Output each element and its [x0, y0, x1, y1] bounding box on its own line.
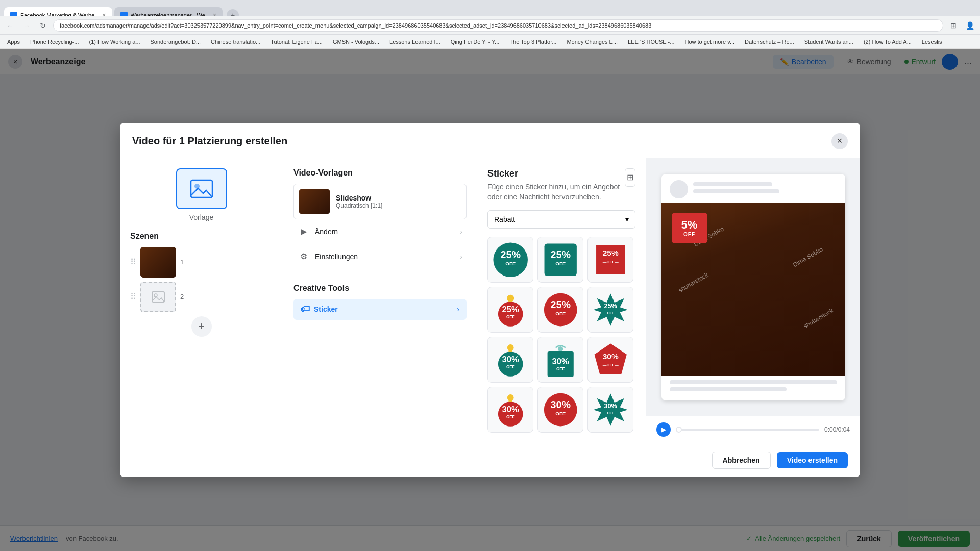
add-scene-button[interactable]: + [191, 316, 212, 337]
address-bar-row: ← → ↻ facebook.com/adsmanager/manage/ads… [0, 16, 980, 35]
sticker-teal-gift-30[interactable]: 30% OFF [537, 337, 583, 383]
forward-button[interactable]: → [20, 19, 33, 32]
svg-text:OFF: OFF [506, 314, 515, 319]
bookmark-13[interactable]: Datenschutz – Re... [742, 38, 797, 46]
svg-point-24 [507, 344, 514, 351]
sticker-red-circle-25[interactable]: 25% OFF [537, 287, 583, 333]
svg-text:OFF: OFF [555, 411, 566, 416]
slideshow-item[interactable]: Slideshow Quadratisch [1:1] [293, 184, 467, 219]
grid-view-icon[interactable]: ⊞ [625, 168, 635, 187]
svg-point-3 [154, 294, 157, 297]
scene-thumb-1[interactable] [140, 247, 176, 278]
bookmark-1[interactable]: Phone Recycling-... [27, 38, 82, 46]
bookmark-apps[interactable]: Apps [4, 38, 23, 46]
sticker-chevron-icon: › [457, 305, 459, 313]
bookmark-14[interactable]: Student Wants an... [801, 38, 856, 46]
fb-main: × Werbeanzeige ✏️ Bearbeiten 👁 Bewertung… [0, 49, 980, 551]
svg-text:—OFF—: —OFF— [603, 363, 619, 367]
drag-handle-1[interactable]: ⠿ [130, 257, 136, 267]
sticker-teal-circle-25[interactable]: 25% OFF [487, 237, 533, 283]
sticker-red-arrow-25[interactable]: 25% —OFF— [587, 237, 633, 283]
sticker-red-circle2-30[interactable]: 30% OFF [537, 387, 583, 433]
sticker-red-pentagon-30[interactable]: 30% —OFF— [587, 337, 633, 383]
modal-overlay: Video für 1 Platzierung erstellen × [0, 49, 980, 551]
bookmark-7[interactable]: Lessons Learned f... [386, 38, 444, 46]
extensions-button[interactable]: ⊞ [947, 19, 960, 32]
modal-close-button[interactable]: × [831, 133, 848, 149]
svg-text:25%: 25% [502, 305, 519, 314]
einstellungen-menu-left: ⚙ Einstellungen [298, 251, 358, 263]
bookmark-9[interactable]: The Top 3 Platfor... [506, 38, 559, 46]
scene-num-2: 2 [180, 293, 184, 300]
footer-line-2 [670, 387, 787, 391]
scene-placeholder-2[interactable] [140, 282, 176, 312]
bookmark-15[interactable]: (2) How To Add A... [861, 38, 915, 46]
scene-num-1: 1 [180, 258, 184, 266]
play-button[interactable]: ▶ [656, 422, 671, 437]
sticker-teal-snowflake-25[interactable]: 25% OFF [587, 287, 633, 333]
left-panel: Vorlage Szenen ⠿ 1 ⠿ [120, 158, 283, 443]
vorlage-label: Vorlage [189, 213, 213, 221]
phone-header [662, 174, 845, 203]
bookmark-11[interactable]: LEE 'S HOUSE -... [625, 38, 677, 46]
sticker-grid: 25% OFF 25% OFF [487, 237, 635, 433]
andern-label: Ändern [315, 228, 338, 236]
slideshow-name: Slideshow [336, 194, 382, 202]
preview-panel: Dima Sobko shutterstock Dima Sobko shutt… [646, 158, 860, 443]
phone-line-1 [693, 182, 772, 186]
sticker-dropdown[interactable]: Rabatt ▾ [487, 210, 635, 229]
sticker-teal-snowflake2-30[interactable]: 30% OFF [587, 387, 633, 433]
sticker-red-ornament-25[interactable]: 25% OFF [487, 287, 533, 333]
address-field[interactable]: facebook.com/adsmanager/manage/ads/edit?… [53, 19, 943, 32]
svg-text:25%: 25% [603, 248, 619, 257]
svg-text:OFF: OFF [506, 414, 515, 419]
andern-menu-item[interactable]: ▶ Ändern › [293, 219, 467, 244]
svg-text:25%: 25% [550, 299, 570, 310]
bookmark-8[interactable]: Qing Fei De Yi - Y... [448, 38, 503, 46]
svg-text:30%: 30% [552, 356, 569, 366]
bookmark-10[interactable]: Money Changes E... [564, 38, 621, 46]
reload-button[interactable]: ↻ [37, 19, 49, 32]
create-video-button[interactable]: Video erstellen [777, 452, 848, 468]
bookmark-4[interactable]: Chinese translatio... [208, 38, 263, 46]
sticker-toolbar: Rabatt ▾ [487, 210, 635, 229]
bookmark-2[interactable]: (1) How Working a... [86, 38, 143, 46]
progress-track[interactable] [676, 429, 819, 431]
sticker-panel: Sticker Füge einen Sticker hinzu, um ein… [477, 158, 646, 443]
svg-text:25%: 25% [550, 249, 570, 260]
creative-tools-section: Creative Tools 🏷 Sticker › [293, 284, 467, 320]
cancel-button[interactable]: Abbrechen [712, 452, 771, 469]
sticker-header: Sticker Füge einen Sticker hinzu, um ein… [487, 168, 635, 202]
sticker-preview-overlay: 5% OFF [672, 213, 707, 243]
svg-text:OFF: OFF [506, 364, 515, 369]
szenen-section: Szenen ⠿ 1 ⠿ [130, 232, 273, 337]
vorlage-icon [176, 168, 227, 209]
svg-text:OFF: OFF [607, 411, 615, 415]
phone-header-lines [693, 182, 837, 196]
bookmark-16[interactable]: Leseslis [919, 38, 945, 46]
svg-point-13 [507, 295, 514, 302]
svg-rect-2 [152, 292, 164, 302]
bookmark-5[interactable]: Tutorial: Eigene Fa... [267, 38, 326, 46]
sticker-teal-ornament-30[interactable]: 30% OFF [487, 337, 533, 383]
progress-thumb[interactable] [676, 427, 682, 433]
back-button[interactable]: ← [4, 19, 16, 32]
bookmark-3[interactable]: Sonderangebot: D... [148, 38, 204, 46]
slideshow-thumb [299, 189, 330, 214]
drag-handle-2[interactable]: ⠿ [130, 292, 136, 302]
slideshow-info: Slideshow Quadratisch [1:1] [336, 194, 382, 209]
phone-line-2 [693, 189, 779, 193]
profile-button[interactable]: 👤 [964, 19, 976, 32]
svg-text:25%: 25% [500, 249, 520, 260]
svg-point-29 [558, 346, 563, 352]
middle-panel: Video-Vorlagen Slideshow Quadratisch [1:… [283, 158, 477, 443]
einstellungen-menu-item[interactable]: ⚙ Einstellungen › [293, 244, 467, 269]
sticker-icon: 🏷 [301, 304, 310, 315]
bookmark-6[interactable]: GMSN - Vologds... [330, 38, 382, 46]
andern-menu-left: ▶ Ändern [298, 226, 338, 238]
sticker-button[interactable]: 🏷 Sticker › [293, 299, 467, 320]
sticker-teal-rect-25[interactable]: 25% OFF [537, 237, 583, 283]
sticker-red-ornament2-30[interactable]: 30% OFF [487, 387, 533, 433]
svg-text:30%: 30% [502, 355, 519, 364]
bookmark-12[interactable]: How to get more v... [681, 38, 738, 46]
